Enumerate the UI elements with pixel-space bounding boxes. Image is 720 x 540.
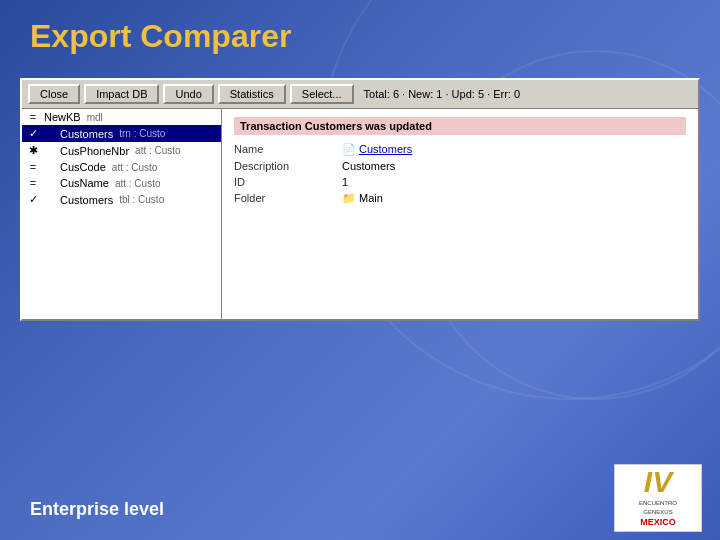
detail-value: Main (342, 192, 686, 205)
detail-value: Customers (342, 160, 686, 172)
logo-roman-numeral: IV (644, 467, 672, 497)
tree-item-type: att : Custo (135, 145, 181, 156)
tree-item-name: CusCode (60, 161, 106, 173)
tree-item-icon: = (26, 177, 40, 189)
tree-item-name: Customers (60, 194, 113, 206)
undo-button[interactable]: Undo (163, 84, 213, 104)
page-title: Export Comparer (30, 18, 291, 55)
detail-label: Name (234, 143, 334, 156)
tree-item-name: NewKB (44, 111, 81, 123)
tree-item-type: att : Custo (112, 162, 158, 173)
tree-item-name: CusName (60, 177, 109, 189)
doc-icon (342, 143, 356, 156)
impact-db-button[interactable]: Impact DB (84, 84, 159, 104)
tree-item-type: att : Custo (115, 178, 161, 189)
detail-value[interactable]: Customers (342, 143, 686, 156)
tree-item-icon: = (26, 161, 40, 173)
enterprise-label: Enterprise level (30, 499, 164, 520)
logo-line3: MEXICO (639, 516, 677, 529)
logo-line1: ENCUENTRO (639, 499, 677, 507)
tree-item-icon: ✓ (26, 127, 40, 140)
detail-header: Transaction Customers was updated (234, 117, 686, 135)
folder-icon (342, 192, 356, 205)
content-area: =NewKB mdl✓Customers trn : Custo✱CusPhon… (22, 109, 698, 319)
select-button[interactable]: Select... (290, 84, 354, 104)
logo-area: IV ENCUENTRO GENEXUS MEXICO (614, 464, 702, 532)
tree-item-type: tbl : Custo (119, 194, 164, 205)
tree-item[interactable]: =CusCode att : Custo (22, 159, 221, 175)
status-text: Total: 6 · New: 1 · Upd: 5 · Err: 0 (364, 88, 521, 100)
left-panel: =NewKB mdl✓Customers trn : Custo✱CusPhon… (22, 109, 222, 319)
tree-item-icon: = (26, 111, 40, 123)
tree-item-icon: ✱ (26, 144, 40, 157)
tree-item-name: CusPhoneNbr (60, 145, 129, 157)
statistics-button[interactable]: Statistics (218, 84, 286, 104)
dialog-window: Close Impact DB Undo Statistics Select..… (20, 78, 700, 321)
right-panel: Transaction Customers was updated NameCu… (222, 109, 698, 319)
tree-item-icon: ✓ (26, 193, 40, 206)
tree-item[interactable]: ✓Customers tbl : Custo (22, 191, 221, 208)
detail-label: Folder (234, 192, 334, 205)
logo-line2: GENEXUS (639, 508, 677, 516)
tree-item[interactable]: ✱CusPhoneNbr att : Custo (22, 142, 221, 159)
tree-item-type: mdl (87, 112, 103, 123)
tree-item[interactable]: =NewKB mdl (22, 109, 221, 125)
tree-item[interactable]: ✓Customers trn : Custo (22, 125, 221, 142)
close-button[interactable]: Close (28, 84, 80, 104)
toolbar: Close Impact DB Undo Statistics Select..… (22, 80, 698, 109)
detail-label: ID (234, 176, 334, 188)
tree-item[interactable]: =CusName att : Custo (22, 175, 221, 191)
tree-item-name: Customers (60, 128, 113, 140)
detail-value: 1 (342, 176, 686, 188)
detail-grid: NameCustomersDescriptionCustomersID1Fold… (234, 143, 686, 205)
tree-item-type: trn : Custo (119, 128, 165, 139)
detail-label: Description (234, 160, 334, 172)
